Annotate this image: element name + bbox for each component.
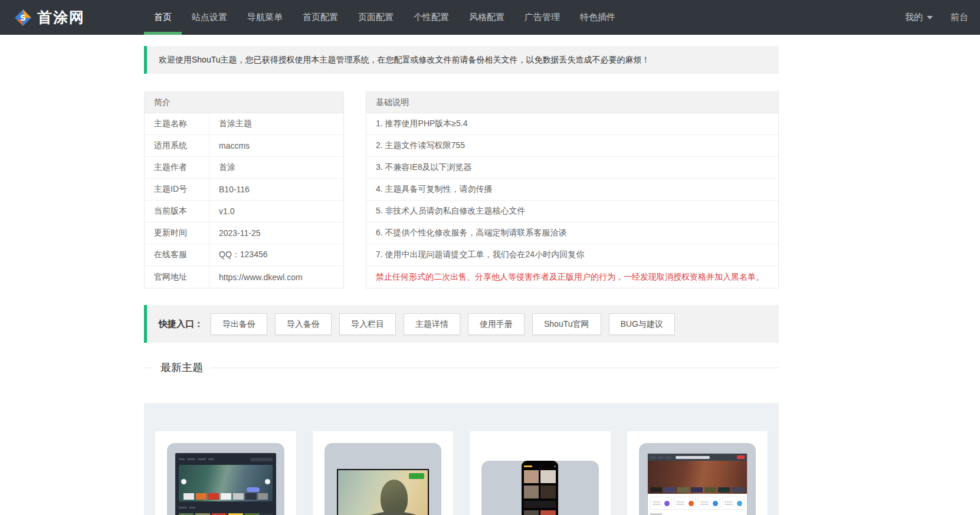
intro-row-value: maccms: [209, 135, 343, 156]
latest-themes-title: 最新主题: [153, 360, 210, 375]
brand-name: 首涂网: [37, 8, 85, 27]
export-backup-button[interactable]: 导出备份: [211, 313, 267, 335]
intro-row-label: 适用系统: [145, 135, 209, 156]
import-backup-button[interactable]: 导入备份: [275, 313, 332, 335]
note-item: 6. 不提供个性化修改服务，高端定制请联系客服洽谈: [366, 222, 778, 244]
carousel-banner: [179, 465, 273, 501]
theme-card-2[interactable]: [313, 431, 454, 515]
table-row: 主题ID号 B10-116: [145, 179, 343, 201]
nav-item-style-config[interactable]: 风格配置: [459, 0, 514, 35]
main-nav: 首页 站点设置 导航菜单 首页配置 页面配置 个性配置 风格配置 广告管理 特色…: [144, 0, 625, 35]
divider-line: [144, 368, 153, 368]
notes-panel: 基础说明 1. 推荐使用PHP版本≥5.4 2. 主题文件读写权限755 3. …: [366, 91, 779, 288]
intro-row-value: v1.0: [209, 201, 343, 222]
carousel-prev-icon: [181, 479, 186, 484]
nav-frontend-label: 前台: [950, 12, 968, 23]
note-item: 3. 不兼容IE8及以下浏览器: [366, 157, 778, 179]
nav-item-personal-config[interactable]: 个性配置: [404, 0, 459, 35]
theme-card-4[interactable]: [627, 431, 768, 515]
nav-item-nav-menu[interactable]: 导航菜单: [237, 0, 293, 35]
nav-right-group: 我的 前台: [905, 0, 968, 35]
table-row: 主题作者 首涂: [145, 157, 343, 179]
table-row: 在线客服 QQ：123456: [145, 244, 343, 266]
intro-row-value: QQ：123456: [209, 244, 343, 265]
intro-panel: 简介 主题名称 首涂主题 适用系统 maccms 主题作者 首涂 主题ID号 B…: [144, 91, 344, 288]
intro-row-label: 官网地址: [145, 266, 209, 288]
chevron-down-icon: [927, 16, 933, 19]
intro-row-label: 在线客服: [145, 244, 209, 265]
table-row: 更新时间 2023-11-25: [145, 222, 343, 244]
nav-item-ad-management[interactable]: 广告管理: [514, 0, 570, 35]
svg-text:S: S: [20, 13, 26, 22]
nav-item-home-config[interactable]: 首页配置: [293, 0, 348, 35]
piracy-warning-text: 禁止任何形式的二次出售、分享他人等侵害作者及正版用户的行为，一经发现取消授权资格…: [366, 266, 778, 288]
nav-item-page-config[interactable]: 页面配置: [348, 0, 404, 35]
theme-thumbnail-light-desktop: [639, 443, 756, 515]
divider-line: [210, 368, 779, 368]
nav-item-site-settings[interactable]: 站点设置: [182, 0, 237, 35]
quick-entry-label: 快捷入口：: [159, 319, 203, 330]
theme-details-button[interactable]: 主题详情: [404, 313, 460, 335]
bug-suggestion-button[interactable]: BUG与建议: [609, 313, 675, 335]
intro-row-value: B10-116: [209, 179, 343, 200]
table-row: 适用系统 maccms: [145, 135, 343, 157]
notes-panel-title: 基础说明: [366, 92, 778, 113]
intro-row-label: 主题名称: [145, 113, 209, 135]
intro-row-label: 主题作者: [145, 157, 209, 178]
theme-card-1[interactable]: [155, 431, 296, 515]
nav-my-dropdown[interactable]: 我的: [905, 12, 933, 23]
intro-row-label: 当前版本: [145, 201, 209, 222]
latest-themes-section: [144, 403, 779, 515]
intro-row-label: 更新时间: [145, 222, 209, 244]
theme-thumbnail-dark-desktop: [167, 443, 284, 515]
intro-row-value: 2023-11-25: [209, 222, 343, 244]
note-item: 4. 主题具备可复制性，请勿传播: [366, 179, 778, 201]
note-item: 2. 主题文件读写权限755: [366, 135, 778, 157]
hero-banner: [648, 461, 748, 494]
intro-row-label: 主题ID号: [145, 179, 209, 200]
nav-item-featured-plugins[interactable]: 特色插件: [570, 0, 625, 35]
theme-thumbnail-video-player: [325, 443, 442, 515]
table-row: 官网地址 https://www.dkewl.com: [145, 266, 343, 288]
quick-entry-bar: 快捷入口： 导出备份 导入备份 导入栏目 主题详情 使用手册 ShouTu官网 …: [144, 305, 779, 343]
shoutu-official-site-button[interactable]: ShouTu官网: [532, 313, 601, 335]
theme-card-3[interactable]: [470, 431, 611, 515]
import-columns-button[interactable]: 导入栏目: [339, 313, 396, 335]
carousel-next-icon: [265, 479, 270, 484]
table-row: 当前版本 v1.0: [145, 201, 343, 222]
latest-themes-heading: 最新主题: [144, 356, 779, 379]
nav-frontend-link[interactable]: 前台: [950, 12, 968, 23]
badge: [409, 473, 424, 479]
nav-item-home[interactable]: 首页: [144, 0, 182, 35]
info-panels: 简介 主题名称 首涂主题 适用系统 maccms 主题作者 首涂 主题ID号 B…: [144, 91, 779, 288]
brand-logo[interactable]: S 首涂网: [14, 0, 85, 35]
intro-row-value: 首涂主题: [209, 113, 343, 135]
welcome-text: 欢迎使用ShouTu主题，您已获得授权使用本主题管理系统，在您配置或修改文件前请…: [159, 55, 650, 65]
intro-panel-title: 简介: [145, 92, 343, 113]
logo-icon: S: [14, 9, 32, 27]
top-navbar: S 首涂网 首页 站点设置 导航菜单 首页配置 页面配置 个性配置 风格配置 广…: [0, 0, 980, 35]
intro-row-value: 首涂: [209, 157, 343, 178]
user-manual-button[interactable]: 使用手册: [468, 313, 525, 335]
welcome-banner: 欢迎使用ShouTu主题，您已获得授权使用本主题管理系统，在您配置或修改文件前请…: [144, 46, 779, 74]
note-item: 5. 非技术人员请勿私自修改主题核心文件: [366, 201, 778, 222]
official-site-url: https://www.dkewl.com: [209, 266, 343, 288]
nav-my-label: 我的: [905, 12, 923, 23]
note-item: 7. 使用中出现问题请提交工单，我们会在24小时内回复你: [366, 244, 778, 266]
table-row: 主题名称 首涂主题: [145, 113, 343, 135]
note-item: 1. 推荐使用PHP版本≥5.4: [366, 113, 778, 135]
theme-thumbnail-mobile: [481, 461, 599, 515]
